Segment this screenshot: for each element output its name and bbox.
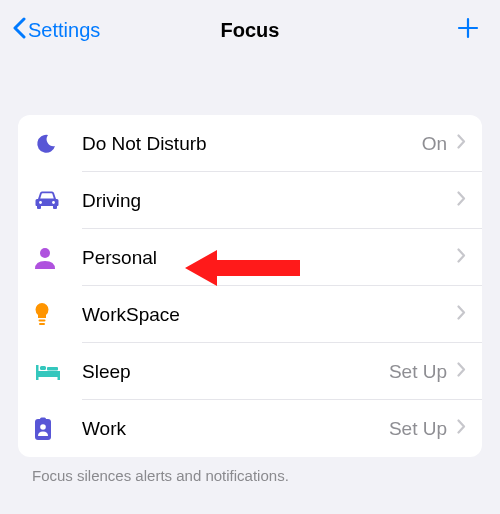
svg-rect-5 bbox=[36, 371, 60, 377]
svg-rect-9 bbox=[47, 367, 58, 371]
row-label: WorkSpace bbox=[82, 304, 447, 326]
svg-point-1 bbox=[52, 201, 55, 204]
row-label: Sleep bbox=[82, 361, 389, 383]
row-workspace[interactable]: WorkSpace bbox=[18, 286, 482, 343]
svg-point-12 bbox=[40, 424, 46, 430]
car-icon bbox=[34, 190, 82, 212]
back-label: Settings bbox=[28, 19, 100, 42]
row-label: Personal bbox=[82, 247, 447, 269]
row-sleep[interactable]: Sleep Set Up bbox=[18, 343, 482, 400]
chevron-left-icon bbox=[12, 17, 26, 44]
row-work[interactable]: Work Set Up bbox=[18, 400, 482, 457]
row-label: Driving bbox=[82, 190, 447, 212]
footer-caption: Focus silences alerts and notifications. bbox=[32, 467, 468, 484]
row-personal[interactable]: Personal bbox=[18, 229, 482, 286]
svg-rect-4 bbox=[39, 323, 45, 325]
row-status: Set Up bbox=[389, 418, 447, 440]
page-title: Focus bbox=[221, 19, 280, 42]
svg-rect-3 bbox=[39, 319, 46, 321]
badge-icon bbox=[34, 417, 82, 441]
row-label: Work bbox=[82, 418, 389, 440]
bed-icon bbox=[34, 362, 82, 382]
person-icon bbox=[34, 246, 82, 270]
lightbulb-icon bbox=[34, 302, 82, 328]
svg-rect-11 bbox=[40, 417, 46, 421]
svg-point-2 bbox=[40, 248, 50, 258]
svg-point-0 bbox=[39, 201, 42, 204]
svg-rect-7 bbox=[58, 371, 61, 380]
svg-rect-6 bbox=[36, 365, 39, 380]
focus-list: Do Not Disturb On Driving Personal W bbox=[18, 115, 482, 457]
chevron-right-icon bbox=[457, 191, 466, 210]
moon-icon bbox=[34, 132, 82, 156]
svg-rect-8 bbox=[40, 366, 46, 370]
row-driving[interactable]: Driving bbox=[18, 172, 482, 229]
plus-icon bbox=[456, 16, 480, 40]
chevron-right-icon bbox=[457, 248, 466, 267]
row-do-not-disturb[interactable]: Do Not Disturb On bbox=[18, 115, 482, 172]
row-label: Do Not Disturb bbox=[82, 133, 422, 155]
chevron-right-icon bbox=[457, 134, 466, 153]
chevron-right-icon bbox=[457, 305, 466, 324]
add-button[interactable] bbox=[448, 13, 488, 47]
chevron-right-icon bbox=[457, 419, 466, 438]
row-status: On bbox=[422, 133, 447, 155]
chevron-right-icon bbox=[457, 362, 466, 381]
back-button[interactable]: Settings bbox=[12, 17, 100, 44]
row-status: Set Up bbox=[389, 361, 447, 383]
